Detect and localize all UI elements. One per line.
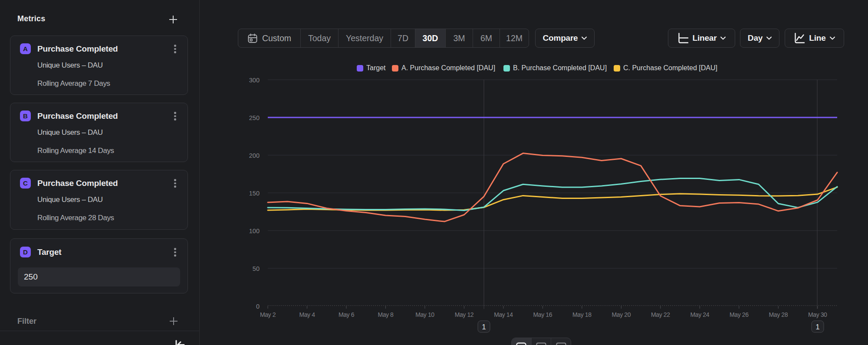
svg-text:May 6: May 6 xyxy=(339,311,355,318)
svg-text:May 28: May 28 xyxy=(769,311,788,318)
svg-text:May 14: May 14 xyxy=(494,311,513,318)
svg-text:May 8: May 8 xyxy=(378,311,394,318)
svg-text:0: 0 xyxy=(256,303,260,310)
svg-text:May 22: May 22 xyxy=(651,311,670,318)
svg-text:300: 300 xyxy=(249,77,260,84)
svg-text:100: 100 xyxy=(249,228,260,234)
svg-text:May 20: May 20 xyxy=(612,311,631,318)
svg-text:May 4: May 4 xyxy=(299,311,315,318)
svg-text:200: 200 xyxy=(249,152,260,159)
svg-text:250: 250 xyxy=(249,114,260,121)
svg-text:1: 1 xyxy=(482,323,486,331)
svg-text:May 12: May 12 xyxy=(455,311,474,318)
svg-text:May 2: May 2 xyxy=(260,311,276,318)
svg-text:May 24: May 24 xyxy=(690,311,710,318)
svg-text:May 30: May 30 xyxy=(808,311,827,318)
svg-text:May 26: May 26 xyxy=(730,311,749,318)
svg-text:May 16: May 16 xyxy=(533,311,552,318)
svg-text:50: 50 xyxy=(253,265,260,272)
svg-text:150: 150 xyxy=(249,190,260,197)
svg-text:1: 1 xyxy=(815,323,819,331)
svg-text:May 10: May 10 xyxy=(415,311,434,318)
svg-text:May 18: May 18 xyxy=(572,311,592,318)
